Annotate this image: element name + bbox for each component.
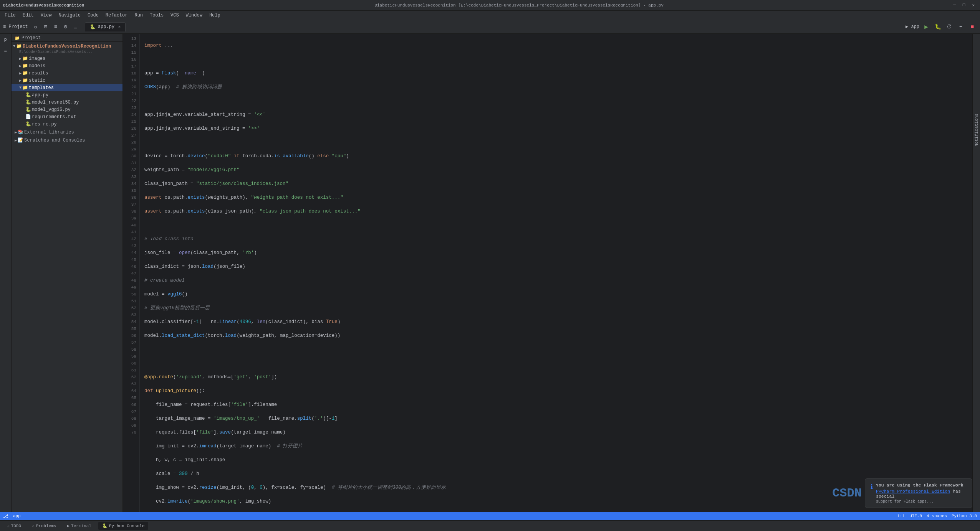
- status-right: 1:1 UTF-8 4 spaces Python 3.8: [897, 514, 977, 518]
- project-tab-btn[interactable]: P: [1, 35, 11, 45]
- ext-libs-icon: 📚: [18, 129, 23, 135]
- app-py-label: app.py: [32, 92, 48, 98]
- title-bar: DiabeticFundusVesselsRecognition Diabeti…: [0, 0, 980, 11]
- python-version-label: Python 3.8: [952, 514, 977, 518]
- sidebar-item-results[interactable]: ▶ 📁 results: [12, 69, 122, 77]
- menu-window[interactable]: Window: [183, 12, 205, 19]
- line-numbers: 13 14 15 16 17 18 19 20 21 22 23 24 25 2…: [123, 34, 140, 512]
- right-tabs: Notifications: [972, 34, 980, 512]
- coverage-btn[interactable]: ☂: [956, 22, 965, 31]
- root-folder[interactable]: ▼ 📁 DiabeticFundusVesselsRecognition: [12, 43, 122, 50]
- menu-navigate[interactable]: Navigate: [55, 12, 84, 19]
- res-rc-label: res_rc.py: [32, 122, 57, 127]
- run-config-label: ▶ app: [906, 24, 919, 30]
- title-text: DiabeticFundusVesselsRecognition [E:\cod…: [87, 3, 951, 8]
- results-expand-icon: ▶: [19, 71, 22, 76]
- models-expand-icon: ▶: [19, 64, 22, 68]
- notification-icon: ℹ: [871, 483, 873, 491]
- sidebar-item-res-rc[interactable]: 🐍 res_rc.py: [12, 120, 122, 128]
- tab-file-label: app.py: [98, 24, 114, 30]
- sync-btn[interactable]: ↻: [31, 22, 40, 31]
- results-folder-icon: 📁: [22, 70, 28, 76]
- terminal-label: Terminal: [71, 524, 91, 528]
- stop-btn[interactable]: ■: [968, 22, 977, 31]
- problems-label: Problems: [36, 524, 56, 528]
- run-controls: ▶ app ▶ 🐛 ⏱ ☂ ■: [906, 22, 977, 31]
- close-btn[interactable]: ✕: [970, 3, 977, 8]
- sidebar-item-templates[interactable]: ▼ 📁 templates: [12, 84, 122, 91]
- models-folder-label: models: [29, 63, 45, 69]
- res-rc-icon: 🐍: [25, 121, 31, 127]
- sidebar-item-images[interactable]: ▶ 📁 images: [12, 55, 122, 62]
- git-branch-label[interactable]: app: [13, 514, 21, 518]
- vgg16-label: model_vgg16.py: [32, 107, 71, 112]
- active-tab[interactable]: 🐍 app.py ✕: [85, 22, 126, 31]
- sidebar-item-scratches[interactable]: ▶ 📝 Scratches and Consoles: [12, 137, 122, 144]
- models-folder-icon: 📁: [22, 63, 28, 69]
- python-console-icon: 🐍: [102, 523, 108, 528]
- menu-code[interactable]: Code: [84, 12, 102, 19]
- toolbar: ≡ Project ↻ ⊟ ≡ ⚙ … 🐍 app.py ✕ ▶ app ▶ 🐛…: [0, 20, 980, 34]
- collapse-btn[interactable]: ⊟: [41, 22, 50, 31]
- scratches-icon: 📝: [18, 137, 23, 143]
- main-layout: P ≡ 📁 Project ▼ 📁 DiabeticFundusVesselsR…: [0, 34, 980, 512]
- more-btn[interactable]: …: [71, 22, 80, 31]
- templates-folder-label: templates: [29, 85, 54, 91]
- tab-close-icon[interactable]: ✕: [118, 25, 121, 29]
- todo-label: TODO: [11, 524, 21, 528]
- scratches-label: Scratches and Consoles: [24, 138, 85, 143]
- sidebar-item-app-py[interactable]: 🐍 app.py: [12, 91, 122, 99]
- sidebar-item-vgg16[interactable]: 🐍 model_vgg16.py: [12, 106, 122, 113]
- terminal-tab[interactable]: ▶ Terminal: [63, 522, 95, 530]
- python-console-tab[interactable]: 🐍 Python Console: [98, 522, 148, 530]
- problems-tab[interactable]: ⚠ Problems: [28, 522, 60, 530]
- menu-file[interactable]: File: [2, 12, 19, 19]
- todo-tab[interactable]: ☑ TODO: [3, 522, 25, 530]
- encoding-label: UTF-8: [909, 514, 922, 518]
- menu-tools[interactable]: Tools: [147, 12, 167, 19]
- ext-libs-label: External Libraries: [24, 130, 74, 135]
- settings-btn[interactable]: ⚙: [61, 22, 70, 31]
- profile-btn[interactable]: ⏱: [945, 22, 954, 31]
- git-branch-icon: ⎇: [3, 513, 8, 519]
- sort-btn[interactable]: ≡: [51, 22, 60, 31]
- sidebar-item-external-libs[interactable]: ▶ 📚 External Libraries: [12, 129, 122, 136]
- maximize-btn[interactable]: □: [960, 3, 968, 8]
- root-folder-label: DiabeticFundusVesselsRecognition: [23, 44, 111, 49]
- python-console-label: Python Console: [109, 524, 144, 528]
- debug-btn[interactable]: 🐛: [933, 22, 942, 31]
- root-path-label: E:\code\DiabeticFundusVessels...: [12, 50, 122, 55]
- vgg16-icon: 🐍: [25, 107, 31, 112]
- code-content[interactable]: import ... app = Flask(__name__) CORS(ap…: [140, 34, 972, 512]
- menu-help[interactable]: Help: [206, 12, 223, 19]
- left-tabs: P ≡: [0, 34, 12, 512]
- notification-content: You are using the Flask Framework PyChar…: [876, 483, 967, 504]
- menu-run[interactable]: Run: [131, 12, 146, 19]
- tab-file-icon: 🐍: [90, 24, 96, 30]
- static-folder-icon: 📁: [22, 78, 28, 83]
- todo-icon: ☑: [7, 523, 10, 528]
- notification-link[interactable]: PyCharm Professional Edition: [876, 489, 950, 494]
- notifications-tab[interactable]: Notifications: [973, 110, 980, 150]
- run-btn[interactable]: ▶: [922, 22, 931, 31]
- notification-popup: ℹ You are using the Flask Framework PyCh…: [865, 478, 972, 508]
- menu-edit[interactable]: Edit: [20, 12, 37, 19]
- indent-label: 4 spaces: [927, 514, 947, 518]
- structure-tab-btn[interactable]: ≡: [1, 46, 11, 56]
- sidebar-item-resnet50[interactable]: 🐍 model_resnet50.py: [12, 99, 122, 106]
- sidebar-item-static[interactable]: ▶ 📁 static: [12, 77, 122, 84]
- sidebar-item-models[interactable]: ▶ 📁 models: [12, 62, 122, 69]
- templates-expand-icon: ▼: [19, 86, 22, 90]
- sidebar-item-requirements[interactable]: 📄 requirements.txt: [12, 113, 122, 120]
- menu-view[interactable]: View: [38, 12, 55, 19]
- project-name-label: Project: [22, 35, 41, 41]
- minimize-btn[interactable]: ─: [951, 3, 958, 8]
- toolbar-btn-group: ↻ ⊟ ≡ ⚙ …: [31, 22, 80, 31]
- menu-bar: File Edit View Navigate Code Refactor Ru…: [0, 11, 980, 20]
- code-container[interactable]: 13 14 15 16 17 18 19 20 21 22 23 24 25 2…: [123, 34, 972, 512]
- ext-libs-expand-icon: ▶: [15, 130, 17, 135]
- app-py-icon: 🐍: [25, 92, 31, 98]
- menu-refactor[interactable]: Refactor: [103, 12, 131, 19]
- status-bar: ⎇ app 1:1 UTF-8 4 spaces Python 3.8: [0, 512, 980, 520]
- menu-vcs[interactable]: VCS: [167, 12, 182, 19]
